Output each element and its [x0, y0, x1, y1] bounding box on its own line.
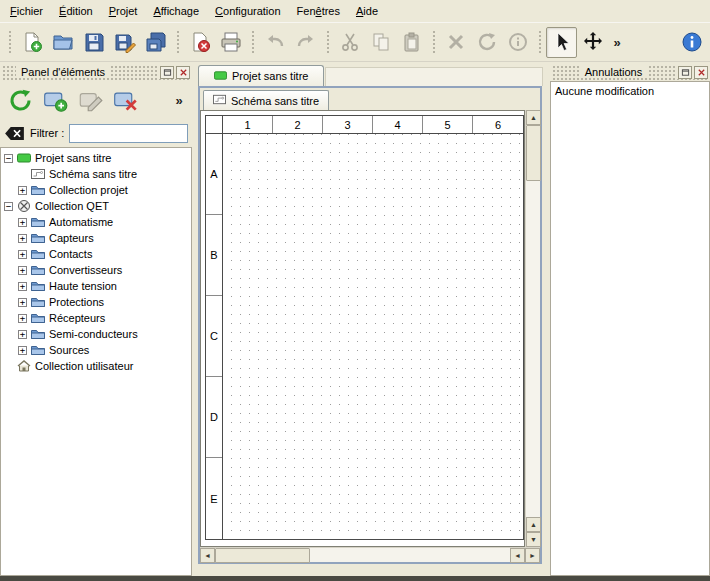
- menu-item-edition[interactable]: Édition: [51, 1, 101, 21]
- save-button[interactable]: [78, 27, 109, 58]
- print-button[interactable]: [215, 27, 246, 58]
- scroll-left-button[interactable]: ◄: [200, 548, 215, 563]
- toolbar-grip[interactable]: [7, 29, 12, 55]
- tree-item-capteurs[interactable]: +Capteurs: [1, 230, 191, 246]
- horizontal-scroll-track[interactable]: [310, 548, 510, 562]
- open-project-button[interactable]: [47, 27, 78, 58]
- collapse-icon[interactable]: −: [4, 154, 13, 163]
- menu-item-affichage[interactable]: Affichage: [145, 1, 207, 21]
- panel-overflow-button[interactable]: »: [170, 85, 188, 116]
- edit-element-icon: [78, 88, 103, 113]
- close-file-icon: [189, 31, 211, 53]
- expand-icon[interactable]: +: [18, 218, 27, 227]
- delete-element-button[interactable]: [109, 84, 141, 116]
- tree-item-projet-sans-titre[interactable]: −Projet sans titre: [1, 150, 191, 166]
- scroll-right-button[interactable]: ►: [525, 548, 540, 563]
- scroll-up-button-secondary[interactable]: ▲: [526, 517, 541, 532]
- undo-panel-titlebar[interactable]: Annulations: [552, 64, 708, 80]
- save-as-button[interactable]: [109, 27, 140, 58]
- tree-item-automatisme[interactable]: +Automatisme: [1, 214, 191, 230]
- folder-icon: [31, 247, 45, 261]
- diagram-canvas[interactable]: 123456ABCDE: [200, 110, 525, 547]
- tree-item-semi-conducteurs[interactable]: +Semi-conducteurs: [1, 326, 191, 342]
- delete-button[interactable]: [440, 27, 471, 58]
- paste-button[interactable]: [396, 27, 427, 58]
- rotate-button[interactable]: [471, 27, 502, 58]
- menu-item-fichier[interactable]: Fichier: [2, 1, 51, 21]
- toolbar-grip[interactable]: [250, 29, 255, 55]
- save-all-button[interactable]: [140, 27, 171, 58]
- edit-element-button[interactable]: [74, 84, 106, 116]
- undo-panel-close-button[interactable]: [694, 66, 708, 79]
- expand-icon[interactable]: +: [18, 234, 27, 243]
- menu-item-aide[interactable]: Aide: [348, 1, 386, 21]
- close-file-button[interactable]: [184, 27, 215, 58]
- folder-icon: [31, 263, 45, 277]
- expand-icon[interactable]: +: [18, 330, 27, 339]
- redo-button[interactable]: [290, 27, 321, 58]
- collapse-icon[interactable]: −: [4, 202, 13, 211]
- tab-projet-sans-titre[interactable]: Projet sans titre: [198, 65, 324, 86]
- row-header-a: A: [206, 134, 222, 215]
- workspace-area: Projet sans titre Schéma sans titre 1234…: [196, 62, 546, 581]
- move-mode-button[interactable]: [577, 27, 608, 58]
- tree-item-protections[interactable]: +Protections: [1, 294, 191, 310]
- element-info-button[interactable]: [502, 27, 533, 58]
- scroll-down-button[interactable]: ▼: [526, 532, 541, 547]
- elements-panel-title: Panel d'éléments: [16, 66, 110, 78]
- new-element-button[interactable]: [39, 84, 71, 116]
- reload-collections-button[interactable]: [4, 84, 36, 116]
- filter-input[interactable]: [69, 124, 188, 143]
- tree-item-collection-qet[interactable]: −Collection QET: [1, 198, 191, 214]
- tree-item-collection-projet[interactable]: +Collection projet: [1, 182, 191, 198]
- column-headers: 123456: [206, 116, 523, 134]
- horizontal-scroll-thumb[interactable]: [215, 548, 310, 563]
- main-toolbar: »: [0, 23, 710, 62]
- diagram-grid[interactable]: [223, 134, 523, 539]
- tree-item-sources[interactable]: +Sources: [1, 342, 191, 358]
- about-button[interactable]: [676, 27, 707, 58]
- tree-item-convertisseurs[interactable]: +Convertisseurs: [1, 262, 191, 278]
- expand-icon[interactable]: +: [18, 266, 27, 275]
- cut-button[interactable]: [334, 27, 365, 58]
- toolbar-grip[interactable]: [431, 29, 436, 55]
- vertical-scroll-thumb[interactable]: [526, 125, 541, 181]
- select-mode-button[interactable]: [546, 27, 577, 58]
- expand-icon[interactable]: +: [18, 186, 27, 195]
- vertical-scroll-track[interactable]: [526, 181, 540, 517]
- column-header-3: 3: [323, 116, 373, 133]
- folder-icon: [31, 327, 45, 341]
- tree-item-label: Convertisseurs: [49, 264, 122, 276]
- elements-panel-close-button[interactable]: [176, 66, 190, 79]
- tree-item-haute-tension[interactable]: +Haute tension: [1, 278, 191, 294]
- tree-item-label: Contacts: [49, 248, 92, 260]
- expand-icon[interactable]: +: [18, 346, 27, 355]
- toolbar-grip[interactable]: [325, 29, 330, 55]
- tree-item-contacts[interactable]: +Contacts: [1, 246, 191, 262]
- tree-item-collection-utilisateur[interactable]: Collection utilisateur: [1, 358, 191, 374]
- undo-panel-float-button[interactable]: [678, 66, 692, 79]
- undo-button[interactable]: [259, 27, 290, 58]
- expand-icon[interactable]: +: [18, 250, 27, 259]
- vertical-scrollbar[interactable]: ▲▲▼: [525, 110, 540, 547]
- copy-button[interactable]: [365, 27, 396, 58]
- tab-schema-sans-titre[interactable]: Schéma sans titre: [203, 90, 329, 110]
- elements-panel-float-button[interactable]: [160, 66, 174, 79]
- menu-item-fenetres[interactable]: Fenêtres: [289, 1, 348, 21]
- horizontal-scrollbar[interactable]: ◄◄►: [200, 547, 540, 562]
- expand-icon[interactable]: +: [18, 314, 27, 323]
- expand-icon[interactable]: +: [18, 298, 27, 307]
- expand-icon[interactable]: +: [18, 282, 27, 291]
- toolbar-overflow-button[interactable]: »: [608, 27, 626, 58]
- elements-panel-titlebar[interactable]: Panel d'éléments: [2, 64, 190, 80]
- toolbar-grip[interactable]: [537, 29, 542, 55]
- tree-item-recepteurs[interactable]: +Récepteurs: [1, 310, 191, 326]
- tree-item-label: Semi-conducteurs: [49, 328, 138, 340]
- tree-item-schema-sans-titre[interactable]: Schéma sans titre: [1, 166, 191, 182]
- new-document-button[interactable]: [16, 27, 47, 58]
- menu-item-configuration[interactable]: Configuration: [207, 1, 288, 21]
- toolbar-grip[interactable]: [175, 29, 180, 55]
- menu-item-projet[interactable]: Projet: [101, 1, 146, 21]
- scroll-up-button[interactable]: ▲: [526, 110, 541, 125]
- scroll-left-button-secondary[interactable]: ◄: [510, 548, 525, 563]
